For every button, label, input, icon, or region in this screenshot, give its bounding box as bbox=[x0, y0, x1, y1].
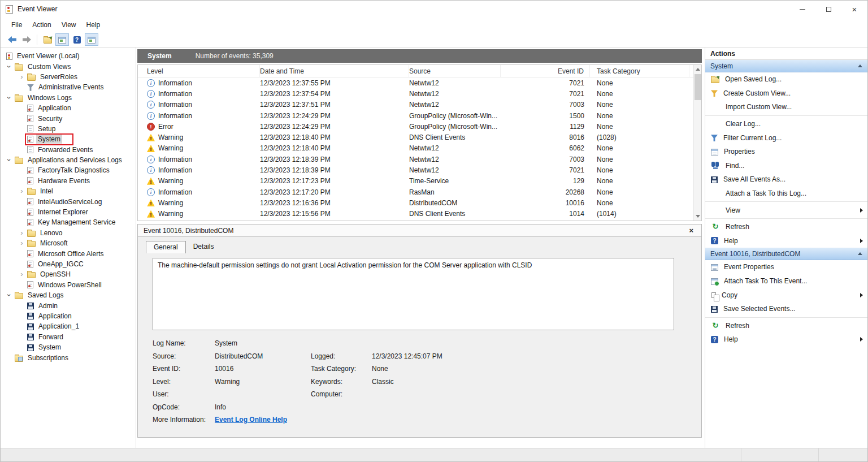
action-item[interactable]: Copy bbox=[705, 288, 867, 302]
tree-expander-icon[interactable] bbox=[18, 104, 26, 112]
tree-item[interactable]: Admin bbox=[1, 300, 136, 310]
action-item[interactable]: Properties bbox=[705, 145, 867, 159]
tree-item[interactable]: OpenSSH bbox=[1, 269, 136, 279]
tree-item[interactable]: System bbox=[1, 342, 136, 352]
tree-expander-icon[interactable] bbox=[18, 198, 26, 206]
tree-item[interactable]: IntelAudioServiceLog bbox=[1, 196, 136, 206]
tree-item[interactable]: Subscriptions bbox=[1, 352, 136, 362]
tree-expander-icon[interactable] bbox=[18, 229, 26, 237]
tree-item[interactable]: Setup bbox=[1, 124, 136, 134]
tree-item[interactable]: Microsoft bbox=[1, 238, 136, 248]
tree-expander-icon[interactable] bbox=[18, 166, 26, 174]
scroll-up-icon[interactable] bbox=[694, 65, 702, 74]
show-console-tree-button[interactable] bbox=[55, 33, 69, 46]
tree-item[interactable]: Intel bbox=[1, 186, 136, 196]
tree-item[interactable]: Application_1 bbox=[1, 321, 136, 331]
action-item[interactable]: Clear Log... bbox=[705, 117, 867, 131]
close-button[interactable]: × bbox=[841, 1, 867, 18]
tree-item[interactable]: Event Viewer (Local) bbox=[1, 51, 136, 61]
action-item[interactable]: Attach Task To This Event... bbox=[705, 274, 867, 288]
action-item[interactable]: Save All Events As... bbox=[705, 172, 867, 187]
tree-expander-icon[interactable] bbox=[18, 343, 26, 351]
tree-item[interactable]: Windows Logs bbox=[1, 93, 136, 103]
tree-expander-icon[interactable] bbox=[5, 291, 14, 299]
event-row[interactable]: Information 12/3/2023 12:17:20 PM RasMan… bbox=[138, 187, 701, 197]
action-item[interactable]: View bbox=[705, 203, 867, 217]
tree-expander-icon[interactable] bbox=[5, 63, 14, 71]
tree-item[interactable]: Security bbox=[1, 113, 136, 123]
action-item[interactable]: Refresh bbox=[705, 319, 867, 333]
column-level[interactable]: Level bbox=[147, 65, 260, 77]
tree-expander-icon[interactable] bbox=[18, 125, 26, 133]
menu-view[interactable]: View bbox=[57, 19, 81, 31]
event-row[interactable]: Information 12/3/2023 12:37:54 PM Netwtw… bbox=[138, 88, 701, 99]
event-log-online-help-link[interactable]: Event Log Online Help bbox=[215, 416, 311, 424]
tree-item[interactable]: Hardware Events bbox=[1, 176, 136, 186]
collapse-icon[interactable] bbox=[858, 64, 862, 67]
show-action-pane-button[interactable] bbox=[85, 33, 98, 46]
tree-expander-icon[interactable] bbox=[18, 333, 26, 341]
tree-item[interactable]: Application bbox=[1, 311, 136, 321]
tree-item[interactable]: FactoryTalk Diagnostics bbox=[1, 165, 136, 175]
tree-expander-icon[interactable] bbox=[5, 354, 14, 362]
action-item[interactable]: Refresh bbox=[705, 220, 867, 234]
tree-item[interactable]: ServerRoles bbox=[1, 72, 136, 82]
scrollbar-thumb[interactable] bbox=[695, 74, 701, 100]
event-row[interactable]: Error 12/3/2023 12:24:29 PM GroupPolicy … bbox=[138, 121, 701, 132]
action-item[interactable]: Import Custom View... bbox=[705, 100, 867, 114]
maximize-button[interactable] bbox=[815, 1, 841, 18]
action-item[interactable]: Event Properties bbox=[705, 260, 867, 274]
tab-general[interactable]: General bbox=[146, 241, 186, 253]
detail-close-icon[interactable]: × bbox=[687, 226, 696, 235]
column-date-time[interactable]: Date and Time bbox=[260, 65, 409, 77]
tree-item[interactable]: Custom Views bbox=[1, 61, 136, 71]
action-item[interactable]: Create Custom View... bbox=[705, 87, 867, 101]
collapse-icon[interactable] bbox=[858, 252, 862, 255]
tree-item[interactable]: Lenovo bbox=[1, 228, 136, 238]
minimize-button[interactable] bbox=[789, 1, 815, 18]
column-task-category[interactable]: Task Category bbox=[590, 65, 689, 77]
tree-expander-icon[interactable] bbox=[5, 94, 14, 102]
actions-section-header[interactable]: System bbox=[705, 60, 867, 72]
events-scrollbar[interactable] bbox=[693, 65, 701, 221]
tree-expander-icon[interactable] bbox=[18, 73, 26, 81]
tree-expander-icon[interactable] bbox=[18, 135, 26, 143]
column-source[interactable]: Source bbox=[409, 65, 501, 77]
tree-item[interactable]: Application bbox=[1, 103, 136, 113]
event-row[interactable]: Information 12/3/2023 12:18:39 PM Netwtw… bbox=[138, 154, 701, 165]
tree-item[interactable]: Forwarded Events bbox=[1, 145, 136, 155]
tree-expander-icon[interactable] bbox=[18, 250, 26, 258]
tree-item[interactable]: Applications and Services Logs bbox=[1, 155, 136, 165]
tree-expander-icon[interactable] bbox=[18, 218, 26, 226]
scroll-down-icon[interactable] bbox=[694, 212, 702, 221]
tree-item[interactable]: OneApp_IGCC bbox=[1, 259, 136, 269]
tree-expander-icon[interactable] bbox=[18, 260, 26, 268]
tree-item[interactable]: Forward bbox=[1, 332, 136, 342]
tree-expander-icon[interactable] bbox=[18, 208, 26, 216]
open-saved-log-button[interactable] bbox=[41, 33, 54, 46]
tree-expander-icon[interactable] bbox=[18, 187, 26, 195]
tree-expander-icon[interactable] bbox=[5, 156, 14, 164]
tree-item[interactable]: Administrative Events bbox=[1, 82, 136, 92]
forward-button[interactable] bbox=[20, 33, 33, 46]
tree-expander-icon[interactable] bbox=[18, 302, 26, 310]
event-row[interactable]: Information 12/3/2023 12:18:39 PM Netwtw… bbox=[138, 165, 701, 175]
help-button[interactable] bbox=[70, 33, 84, 46]
menu-help[interactable]: Help bbox=[81, 19, 106, 31]
tree-item[interactable]: Key Management Service bbox=[1, 217, 136, 227]
event-row[interactable]: Warning 12/3/2023 12:17:23 PM Time-Servi… bbox=[138, 176, 701, 187]
actions-section-header[interactable]: Event 10016, DistributedCOM bbox=[705, 248, 867, 260]
menu-action[interactable]: Action bbox=[27, 19, 56, 31]
tab-details[interactable]: Details bbox=[186, 241, 222, 253]
tree-item[interactable]: Microsoft Office Alerts bbox=[1, 248, 136, 258]
tree-expander-icon[interactable] bbox=[18, 270, 26, 278]
tree-expander-icon[interactable] bbox=[18, 115, 26, 123]
action-item[interactable]: Help bbox=[705, 333, 867, 347]
tree-item[interactable]: Windows PowerShell bbox=[1, 280, 136, 290]
event-message[interactable]: The machine-default permission settings … bbox=[153, 258, 674, 330]
tree-item[interactable]: Saved Logs bbox=[1, 290, 136, 300]
event-row[interactable]: Information 12/3/2023 12:37:51 PM Netwtw… bbox=[138, 100, 701, 110]
action-item[interactable]: Help bbox=[705, 234, 867, 248]
event-row[interactable]: Information 12/3/2023 12:24:29 PM GroupP… bbox=[138, 110, 701, 121]
back-button[interactable] bbox=[5, 33, 19, 46]
